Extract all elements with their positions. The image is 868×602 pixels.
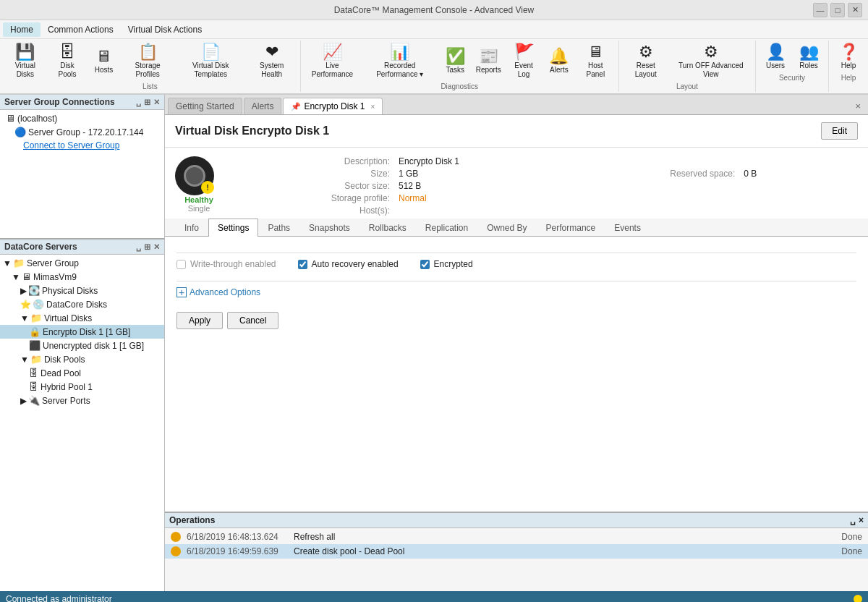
hybrid-pool-1-icon: 🗄: [29, 381, 38, 392]
server-ports-icon: 🔌: [28, 395, 40, 406]
toolbar-btn-tasks[interactable]: ✅ Tasks: [438, 42, 472, 81]
edit-button[interactable]: Edit: [821, 122, 858, 140]
toolbar-btn-storage-profiles[interactable]: 📋 Storage Profiles: [120, 42, 174, 81]
datacore-servers-header: DataCore Servers ␣ ⊞ ✕: [0, 239, 164, 255]
main-tab-bar: Getting Started Alerts 📌 Encrypto Disk 1…: [165, 95, 868, 115]
toolbar-btn-system-health[interactable]: ❤ System Health: [247, 42, 297, 81]
tree-unencrypted-disk-1[interactable]: ⬛ Unencrypted disk 1 [1 GB]: [0, 339, 164, 352]
tree-server-group-root[interactable]: ▼ 📁 Server Group: [0, 256, 164, 270]
tree-virtual-disks[interactable]: ▼ 📁 Virtual Disks: [0, 311, 164, 325]
write-through-checkbox[interactable]: [176, 260, 186, 269]
operations-controls: ␣ ×: [850, 515, 864, 525]
tab-alerts[interactable]: Alerts: [244, 98, 282, 114]
description-value: Encrypto Disk 1: [399, 156, 561, 166]
status-mode: Single: [188, 204, 210, 213]
sub-tab-events[interactable]: Events: [605, 219, 650, 237]
toolbar-btn-roles[interactable]: 👥 Roles: [792, 42, 825, 72]
pin-icon[interactable]: ␣: [136, 98, 141, 107]
tab-pin-icon: 📌: [291, 102, 301, 111]
toolbar-section-lists: 💾 Virtual Disks 🗄 Disk Pools 🖥 Hosts 📋 S…: [0, 41, 301, 92]
close-panel-icon[interactable]: ✕: [153, 98, 160, 107]
diagnostics-section-label: Diagnostics: [304, 81, 616, 90]
tree-physical-disks[interactable]: ▶ 💽 Physical Disks: [0, 284, 164, 297]
tree-hybrid-pool-1[interactable]: 🗄 Hybrid Pool 1: [0, 380, 164, 394]
tree-server-ports[interactable]: ▶ 🔌 Server Ports: [0, 394, 164, 407]
close-panel-icon-2[interactable]: ✕: [153, 242, 160, 252]
toolbar-btn-reset-layout[interactable]: ⚙ Reset Layout: [622, 42, 670, 81]
advanced-options-label: Advanced Options: [190, 287, 260, 297]
tree-encrypto-disk-1[interactable]: 🔒 Encrypto Disk 1 [1 GB]: [0, 325, 164, 339]
system-health-icon: ❤: [265, 44, 278, 60]
toolbar-btn-reports[interactable]: 📰 Reports: [472, 42, 505, 81]
operations-panel: Operations ␣ × 6/18/2019 16:48:13.624 Re…: [165, 512, 868, 591]
users-icon: 👤: [766, 44, 786, 60]
toolbar-btn-host-panel[interactable]: 🖥 Host Panel: [576, 42, 616, 81]
status-healthy: Healthy: [184, 195, 213, 204]
menu-common-actions[interactable]: Common Actions: [41, 22, 121, 37]
tab-getting-started[interactable]: Getting Started: [168, 98, 242, 114]
toolbar-btn-hosts[interactable]: 🖥 Hosts: [87, 42, 120, 81]
sector-size-label: Sector size:: [230, 181, 390, 191]
sub-tab-rollbacks[interactable]: Rollbacks: [359, 219, 416, 237]
reserved-space-label: Reserved space:: [569, 169, 736, 179]
sub-tab-replication[interactable]: Replication: [416, 219, 477, 237]
sub-tab-settings[interactable]: Settings: [208, 219, 258, 237]
toolbar-section-diagnostics: 📈 Live Performance 📊 Recorded Performanc…: [301, 41, 619, 92]
status-bar: Connected as administrator: [0, 591, 868, 602]
detail-top: ! Healthy Single Description: Encrypto D…: [165, 148, 868, 219]
menu-virtual-disk-actions[interactable]: Virtual Disk Actions: [121, 22, 210, 37]
sector-size-value: 512 B: [399, 181, 561, 191]
toolbar-btn-virtual-disks[interactable]: 💾 Virtual Disks: [3, 42, 48, 81]
sub-tab-snapshots[interactable]: Snapshots: [299, 219, 359, 237]
storage-profile-value: Normal: [399, 193, 561, 203]
toolbar-btn-live-performance[interactable]: 📈 Live Performance: [304, 42, 362, 81]
tree-mimasvm9[interactable]: ▼ 🖥 MimasVm9: [0, 270, 164, 284]
write-through-label: Write-through enabled: [190, 259, 276, 269]
mimasvm9-expand: ▼: [12, 272, 20, 282]
toolbar: 💾 Virtual Disks 🗄 Disk Pools 🖥 Hosts 📋 S…: [0, 39, 868, 95]
toolbar-btn-recorded-performance[interactable]: 📊 Recorded Performance ▾: [361, 42, 438, 81]
detail-header: Virtual Disk Encrypto Disk 1 Edit: [165, 115, 868, 148]
float-icon[interactable]: ⊞: [144, 98, 150, 107]
sub-tab-info[interactable]: Info: [175, 219, 208, 237]
toolbar-section-layout: ⚙ Reset Layout ⚙ Turn OFF Advanced View …: [619, 41, 756, 92]
sub-tab-paths[interactable]: Paths: [258, 219, 299, 237]
operations-title: Operations: [169, 515, 215, 525]
toolbar-btn-event-log[interactable]: 🚩 Event Log: [505, 42, 542, 81]
tree-datacore-disks[interactable]: ⭐ 💿 DataCore Disks: [0, 297, 164, 311]
operations-close-icon[interactable]: ×: [859, 515, 864, 525]
cancel-button[interactable]: Cancel: [227, 312, 278, 329]
reserved-space-value: 0 B: [744, 169, 858, 179]
sub-tab-performance[interactable]: Performance: [537, 219, 605, 237]
auto-recovery-checkbox[interactable]: [298, 260, 307, 269]
toolbar-btn-users[interactable]: 👤 Users: [759, 42, 792, 72]
operations-pin-icon[interactable]: ␣: [850, 515, 856, 525]
menu-home[interactable]: Home: [3, 22, 41, 37]
sub-tab-owned-by[interactable]: Owned By: [477, 219, 536, 237]
tree-item-localhost[interactable]: 🖥 (localhost): [0, 111, 164, 125]
toolbar-btn-alerts[interactable]: 🔔 Alerts: [542, 42, 576, 81]
tree-disk-pools[interactable]: ▼ 📁 Disk Pools: [0, 352, 164, 366]
toolbar-btn-help[interactable]: ❓ Help: [832, 42, 865, 72]
toolbar-btn-disk-pools[interactable]: 🗄 Disk Pools: [48, 42, 88, 81]
datacore-servers-body: ▼ 📁 Server Group ▼ 🖥 MimasVm9 ▶ 💽 Physic…: [0, 255, 164, 591]
tree-item-server-group[interactable]: 🔵 Server Group - 172.20.17.144: [0, 125, 164, 139]
physical-disks-icon: 💽: [28, 285, 40, 296]
pin-icon-2[interactable]: ␣: [136, 242, 141, 252]
tree-dead-pool[interactable]: 🗄 Dead Pool: [0, 366, 164, 380]
maximize-button[interactable]: □: [830, 3, 845, 17]
encrypto-disk-1-icon: 🔒: [29, 326, 41, 337]
close-button[interactable]: ✕: [848, 3, 862, 17]
float-icon-2[interactable]: ⊞: [144, 242, 150, 252]
advanced-options-toggle[interactable]: + Advanced Options: [176, 287, 856, 297]
toolbar-btn-turn-off-advanced[interactable]: ⚙ Turn OFF Advanced View: [670, 42, 752, 81]
tab-encrypto-disk-1[interactable]: 📌 Encrypto Disk 1 ×: [283, 98, 383, 114]
apply-button[interactable]: Apply: [176, 312, 223, 329]
tab-close-icon[interactable]: ×: [370, 103, 375, 111]
close-all-tabs-button[interactable]: ×: [851, 98, 865, 114]
minimize-button[interactable]: —: [813, 3, 827, 17]
tree-item-connect[interactable]: Connect to Server Group: [0, 139, 164, 152]
help-section-label: Help: [832, 72, 865, 82]
toolbar-btn-virtual-disk-templates[interactable]: 📄 Virtual Disk Templates: [175, 42, 247, 81]
encrypted-checkbox[interactable]: [420, 260, 430, 269]
